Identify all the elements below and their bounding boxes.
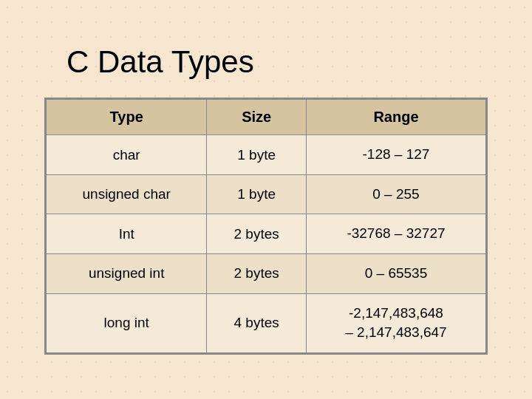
table-header-row: Type Size Range: [47, 100, 486, 135]
cell-range: 0 – 255: [306, 174, 485, 214]
page-title: C Data Types: [66, 44, 254, 80]
cell-type: unsigned int: [47, 254, 207, 294]
table-row: char1 byte-128 – 127: [47, 135, 486, 175]
cell-type: long int: [47, 293, 207, 352]
table-row: unsigned char1 byte0 – 255: [47, 174, 486, 214]
cell-type: unsigned char: [47, 174, 207, 214]
cell-size: 4 bytes: [207, 293, 307, 352]
cell-range: -128 – 127: [306, 135, 485, 175]
cell-size: 2 bytes: [207, 214, 307, 254]
cell-range: -2,147,483,648– 2,147,483,647: [306, 293, 485, 352]
cell-type: Int: [47, 214, 207, 254]
cell-range: 0 – 65535: [306, 254, 485, 294]
cell-size: 1 byte: [207, 174, 307, 214]
cell-type: char: [47, 135, 207, 175]
col-header-size: Size: [207, 100, 307, 135]
table-row: unsigned int2 bytes0 – 65535: [47, 254, 486, 294]
cell-range: -32768 – 32727: [306, 214, 485, 254]
data-table: Type Size Range char1 byte-128 – 127unsi…: [44, 98, 488, 355]
col-header-range: Range: [306, 100, 485, 135]
cell-size: 1 byte: [207, 135, 307, 175]
table-row: long int4 bytes-2,147,483,648– 2,147,483…: [47, 293, 486, 352]
table-row: Int2 bytes-32768 – 32727: [47, 214, 486, 254]
cell-size: 2 bytes: [207, 254, 307, 294]
col-header-type: Type: [47, 100, 207, 135]
